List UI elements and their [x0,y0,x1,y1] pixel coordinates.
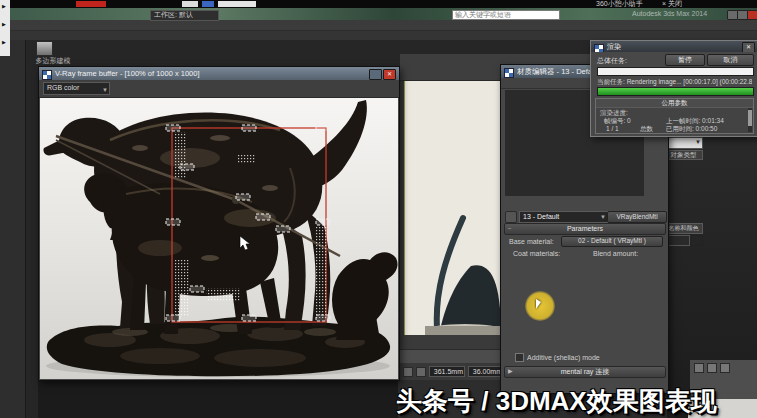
material-editor-icon [504,68,514,78]
command-panel-sliver: ▼ 对象类型 名称和颜色 [663,137,703,257]
cancel-button[interactable]: 取消 [707,54,754,66]
click-highlight-cursor [525,291,555,321]
vfb-render-canvas[interactable] [40,98,398,379]
assistant-label: 360小憩小助手 [596,0,643,8]
elapsed-time: 已用时间: 0:00:50 [666,125,746,134]
common-parameters-title: 公用参数 [596,99,753,108]
screen-recorder-overlay-bar: 360小憩小助手 × 关闭 [0,0,757,8]
vfb-minimize-button[interactable] [369,69,382,80]
watermark: 头条号 / 3DMAX效果图表现 [396,384,717,418]
vfb-close-button[interactable]: ✕ [383,69,396,80]
coat-materials-header: Coat materials: [513,250,560,257]
pick-material-eyedropper-icon[interactable] [505,211,517,223]
ribbon-tabs [0,31,757,40]
overlay-blue-block [202,1,214,7]
bottom-dark-area [38,380,400,418]
overlay-close-button[interactable]: × 关闭 [662,0,682,8]
chevron-down-icon: ▼ [102,85,108,95]
overall-task-label: 总体任务: [597,56,627,66]
timeline-ruler[interactable] [400,349,512,363]
object-type-rollout[interactable]: 对象类型 [664,150,703,160]
coordinate-display-row: 361.5mm 36.00mm [400,363,515,380]
common-parameters-group: 公用参数 渲染进度: 帧编号: 0 上一帧时间: 0:01:34 1 / 1 总… [595,98,754,134]
polygon-modeling-cube-icon [36,41,53,56]
vfb-toolbar: RGB color▼ [39,80,399,98]
current-task-value: Rendering image... [00:00:17.0] (00:00:2… [627,78,752,85]
additive-mode-checkbox[interactable] [515,353,524,362]
object-color-swatch[interactable] [691,235,703,246]
menu-bar [0,20,757,31]
progress-fill [598,88,753,95]
corner-icon [720,363,730,373]
mental-ray-connection-rollout[interactable]: ▶ mental ray 连接 [504,366,666,378]
primitive-category-dropdown[interactable]: ▼ [664,137,703,149]
list-bullet-icon: ▶ [2,3,6,9]
collapse-icon: − [508,224,512,233]
render-dialog-icon [594,44,604,53]
chevron-down-icon: ▼ [600,213,606,222]
coordinate-y-field[interactable]: 36.00mm [468,366,504,377]
app-root: ▶ ▶ ▶ 360小憩小助手 × 关闭 工作区: 默认 Autodesk 3ds… [0,0,757,418]
render-dialog-title: 渲染 [607,43,621,50]
render-progress-dialog: 渲染 ✕ 总体任务: 暂停 取消 当前任务: Rendering image..… [590,40,757,137]
infocenter-search-input[interactable] [452,10,560,20]
coordinate-x-field[interactable]: 361.5mm [429,366,465,377]
rendered-dog-statue-image [40,98,398,379]
overlay-white-block [218,1,256,7]
grid-toggle-icon[interactable] [403,367,413,377]
overlay-red-block [76,1,106,7]
lock-selection-icon[interactable] [416,367,426,377]
material-type-button[interactable]: VRayBlendMtl [607,211,667,223]
base-material-button[interactable]: 02 - Default ( VRayMtl ) [561,236,663,247]
viewport[interactable] [400,80,500,349]
material-name-row: 13 - Default▼ VRayBlendMtl [505,210,665,222]
material-name-dropdown[interactable]: 13 - Default▼ [519,211,608,223]
ribbon-modeling-panel[interactable]: 多边形建模 [24,40,82,66]
mouse-pointer-icon [536,299,541,309]
base-material-label: Base material: [509,238,554,245]
corner-icon [707,363,717,373]
vray-frame-buffer-window: V-Ray frame buffer - [100% of 1000 x 100… [38,66,400,381]
render-dialog-close-button[interactable]: ✕ [742,42,755,52]
current-task-label: 当前任务: [597,78,625,85]
max-titlebar[interactable]: 工作区: 默认 Autodesk 3ds Max 2014 [0,8,757,20]
render-dialog-titlebar[interactable]: 渲染 ✕ [591,41,757,52]
vfb-window-icon [42,70,52,80]
left-tool-strip [0,0,26,418]
corner-icon [694,363,704,373]
vfb-title: V-Ray frame buffer - [100% of 1000 x 100… [55,69,200,78]
workspace-selector[interactable]: 工作区: 默认 [150,10,219,21]
app-title: Autodesk 3ds Max 2014 [632,10,722,17]
parameters-rollout[interactable]: − Parameters [504,223,666,235]
list-bullet-icon: ▶ [2,39,6,45]
overlay-white-block [182,1,198,7]
list-bullet-icon: ▶ [2,21,6,27]
viewport-canvas[interactable] [404,80,501,335]
blend-amount-header: Blend amount: [593,250,638,257]
vfb-channel-dropdown[interactable]: RGB color▼ [43,82,110,95]
expand-icon: ▶ [508,367,513,376]
viewport-statue-partial [405,80,501,335]
overall-progress-bar [597,67,754,76]
name-color-rollout[interactable]: 名称和颜色 [664,223,703,234]
current-progress-bar [597,87,754,96]
pause-button[interactable]: 暂停 [665,54,705,66]
chevron-down-icon: ▼ [695,139,701,145]
close-button[interactable] [747,10,757,20]
ribbon-panel-label: 多边形建模 [24,56,82,66]
vfb-titlebar[interactable]: V-Ray frame buffer - [100% of 1000 x 100… [39,67,399,80]
additive-mode-label: Additive (shellac) mode [527,354,600,361]
background-window-sliver: ▶ ▶ ▶ [0,0,10,56]
material-editor-title: 材质编辑器 - 13 - Default [517,67,600,76]
group-scrollbar[interactable] [748,108,752,132]
